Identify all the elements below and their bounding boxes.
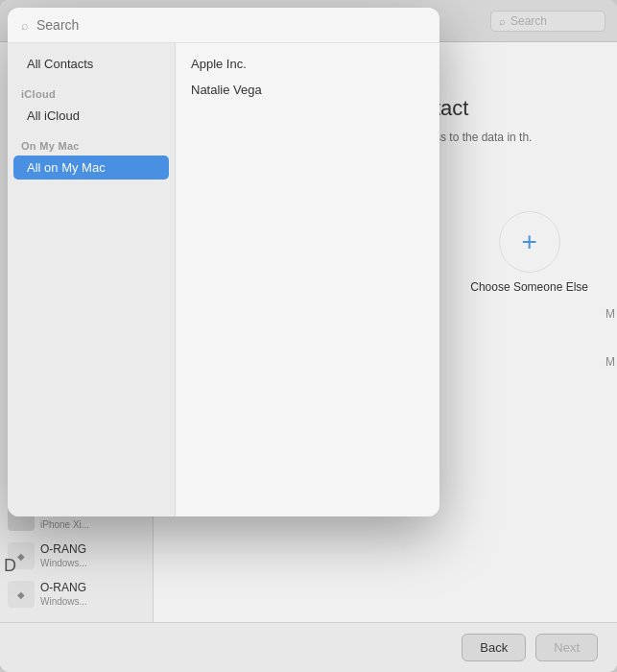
bottom-bar: Back Next (0, 622, 617, 672)
sidebar-item-all-on-my-mac[interactable]: All on My Mac (13, 156, 169, 180)
list-item[interactable]: ◆ O-RANGWindows... (0, 538, 154, 574)
contact-picker-modal: ⌕ All Contacts iCloud All iCloud On My M… (8, 8, 439, 516)
back-button[interactable]: Back (462, 634, 526, 661)
next-button[interactable]: Next (535, 634, 598, 661)
sidebar-item-all-contacts[interactable]: All Contacts (13, 52, 169, 76)
modal-search-bar[interactable]: ⌕ (8, 8, 439, 43)
sidebar-item-all-icloud[interactable]: All iCloud (13, 104, 169, 128)
contact-item-apple-inc[interactable]: Apple Inc. (176, 51, 439, 77)
permission-area: tact ss to the data in th. (435, 96, 607, 146)
contact-item-natalie-vega[interactable]: Natalie Vega (176, 77, 439, 103)
titlebar-search[interactable]: ⌕ Search (490, 11, 605, 32)
choose-someone-area[interactable]: + Choose Someone Else (470, 211, 588, 294)
modal-search-icon: ⌕ (21, 18, 29, 33)
sidebar-section-on-my-mac: On My Mac (8, 129, 175, 155)
modal-contacts-list: Apple Inc. Natalie Vega (176, 43, 439, 516)
list-item[interactable]: ◆ O-RANGWindows... (0, 576, 154, 612)
modal-body: All Contacts iCloud All iCloud On My Mac… (8, 43, 439, 516)
modal-search-input[interactable] (36, 17, 426, 33)
bg-letter-m1: M (605, 307, 615, 321)
permission-text: ss to the data in th. (435, 129, 607, 146)
choose-someone-label: Choose Someone Else (470, 280, 588, 294)
choose-someone-button[interactable]: + (499, 211, 560, 273)
bg-letter-d: D (4, 556, 16, 576)
permission-title: tact (435, 96, 607, 121)
modal-sidebar: All Contacts iCloud All iCloud On My Mac… (8, 43, 176, 516)
search-label: Search (510, 14, 547, 28)
sidebar-section-icloud: iCloud (8, 77, 175, 103)
bg-letter-m2: M (605, 355, 615, 369)
search-icon: ⌕ (499, 15, 506, 27)
